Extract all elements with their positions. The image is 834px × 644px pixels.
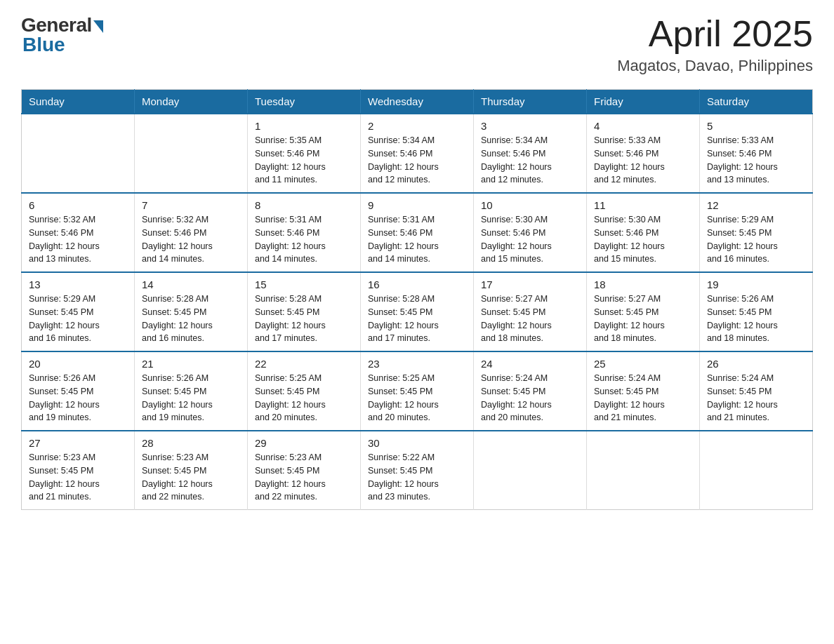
calendar-week-4: 20Sunrise: 5:26 AM Sunset: 5:45 PM Dayli… — [22, 351, 813, 431]
day-number: 1 — [255, 120, 353, 132]
day-number: 29 — [255, 437, 353, 449]
day-info: Sunrise: 5:30 AM Sunset: 5:46 PM Dayligh… — [594, 213, 692, 266]
day-number: 28 — [142, 437, 240, 449]
weekday-header-monday: Monday — [135, 90, 248, 114]
day-number: 4 — [594, 120, 692, 132]
day-info: Sunrise: 5:23 AM Sunset: 5:45 PM Dayligh… — [142, 451, 240, 504]
day-number: 21 — [142, 358, 240, 370]
day-info: Sunrise: 5:28 AM Sunset: 5:45 PM Dayligh… — [142, 293, 240, 345]
day-info: Sunrise: 5:26 AM Sunset: 5:45 PM Dayligh… — [142, 372, 240, 424]
calendar-week-3: 13Sunrise: 5:29 AM Sunset: 5:45 PM Dayli… — [22, 272, 813, 351]
day-number: 2 — [368, 120, 466, 132]
day-info: Sunrise: 5:29 AM Sunset: 5:45 PM Dayligh… — [707, 213, 805, 266]
day-info: Sunrise: 5:34 AM Sunset: 5:46 PM Dayligh… — [481, 134, 579, 187]
day-info: Sunrise: 5:32 AM Sunset: 5:46 PM Dayligh… — [29, 213, 127, 266]
day-info: Sunrise: 5:23 AM Sunset: 5:45 PM Dayligh… — [29, 451, 127, 504]
day-info: Sunrise: 5:24 AM Sunset: 5:45 PM Dayligh… — [481, 372, 579, 424]
weekday-header-thursday: Thursday — [474, 90, 587, 114]
calendar-cell: 17Sunrise: 5:27 AM Sunset: 5:45 PM Dayli… — [474, 272, 587, 351]
calendar-cell: 23Sunrise: 5:25 AM Sunset: 5:45 PM Dayli… — [361, 351, 474, 431]
weekday-header-row: SundayMondayTuesdayWednesdayThursdayFrid… — [22, 90, 813, 114]
calendar-cell — [587, 431, 700, 510]
day-number: 30 — [368, 437, 466, 449]
calendar-cell: 20Sunrise: 5:26 AM Sunset: 5:45 PM Dayli… — [22, 351, 135, 431]
month-year-title: April 2025 — [617, 14, 813, 54]
day-number: 3 — [481, 120, 579, 132]
calendar-cell: 26Sunrise: 5:24 AM Sunset: 5:45 PM Dayli… — [700, 351, 813, 431]
calendar-cell: 7Sunrise: 5:32 AM Sunset: 5:46 PM Daylig… — [135, 193, 248, 272]
day-number: 26 — [707, 358, 805, 370]
day-info: Sunrise: 5:31 AM Sunset: 5:46 PM Dayligh… — [255, 213, 353, 266]
day-info: Sunrise: 5:29 AM Sunset: 5:45 PM Dayligh… — [29, 293, 127, 345]
calendar-week-2: 6Sunrise: 5:32 AM Sunset: 5:46 PM Daylig… — [22, 193, 813, 272]
logo: General Blue — [21, 14, 103, 56]
day-number: 23 — [368, 358, 466, 370]
calendar-cell: 25Sunrise: 5:24 AM Sunset: 5:45 PM Dayli… — [587, 351, 700, 431]
calendar-cell: 24Sunrise: 5:24 AM Sunset: 5:45 PM Dayli… — [474, 351, 587, 431]
weekday-header-wednesday: Wednesday — [361, 90, 474, 114]
day-number: 16 — [368, 279, 466, 290]
calendar-cell — [474, 431, 587, 510]
calendar-cell: 28Sunrise: 5:23 AM Sunset: 5:45 PM Dayli… — [135, 431, 248, 510]
calendar-cell: 2Sunrise: 5:34 AM Sunset: 5:46 PM Daylig… — [361, 114, 474, 193]
calendar-cell: 22Sunrise: 5:25 AM Sunset: 5:45 PM Dayli… — [248, 351, 361, 431]
day-info: Sunrise: 5:22 AM Sunset: 5:45 PM Dayligh… — [368, 451, 466, 504]
calendar-week-1: 1Sunrise: 5:35 AM Sunset: 5:46 PM Daylig… — [22, 114, 813, 193]
day-number: 22 — [255, 358, 353, 370]
day-info: Sunrise: 5:32 AM Sunset: 5:46 PM Dayligh… — [142, 213, 240, 266]
day-number: 7 — [142, 199, 240, 211]
day-number: 6 — [29, 199, 127, 211]
calendar-cell: 14Sunrise: 5:28 AM Sunset: 5:45 PM Dayli… — [135, 272, 248, 351]
day-info: Sunrise: 5:27 AM Sunset: 5:45 PM Dayligh… — [481, 293, 579, 345]
day-number: 12 — [707, 199, 805, 211]
day-number: 8 — [255, 199, 353, 211]
day-number: 18 — [594, 279, 692, 290]
day-number: 14 — [142, 279, 240, 290]
day-number: 20 — [29, 358, 127, 370]
weekday-header-friday: Friday — [587, 90, 700, 114]
calendar-cell: 1Sunrise: 5:35 AM Sunset: 5:46 PM Daylig… — [248, 114, 361, 193]
calendar-cell: 13Sunrise: 5:29 AM Sunset: 5:45 PM Dayli… — [22, 272, 135, 351]
title-section: April 2025 Magatos, Davao, Philippines — [617, 14, 813, 75]
day-info: Sunrise: 5:27 AM Sunset: 5:45 PM Dayligh… — [594, 293, 692, 345]
day-info: Sunrise: 5:25 AM Sunset: 5:45 PM Dayligh… — [255, 372, 353, 424]
calendar-cell — [22, 114, 135, 193]
day-info: Sunrise: 5:24 AM Sunset: 5:45 PM Dayligh… — [707, 372, 805, 424]
calendar-cell: 21Sunrise: 5:26 AM Sunset: 5:45 PM Dayli… — [135, 351, 248, 431]
day-info: Sunrise: 5:28 AM Sunset: 5:45 PM Dayligh… — [368, 293, 466, 345]
day-number: 15 — [255, 279, 353, 290]
day-number: 19 — [707, 279, 805, 290]
weekday-header-sunday: Sunday — [22, 90, 135, 114]
calendar-cell: 5Sunrise: 5:33 AM Sunset: 5:46 PM Daylig… — [700, 114, 813, 193]
day-number: 11 — [594, 199, 692, 211]
day-info: Sunrise: 5:28 AM Sunset: 5:45 PM Dayligh… — [255, 293, 353, 345]
calendar-cell: 19Sunrise: 5:26 AM Sunset: 5:45 PM Dayli… — [700, 272, 813, 351]
calendar-cell: 8Sunrise: 5:31 AM Sunset: 5:46 PM Daylig… — [248, 193, 361, 272]
calendar-cell — [700, 431, 813, 510]
day-number: 5 — [707, 120, 805, 132]
day-info: Sunrise: 5:30 AM Sunset: 5:46 PM Dayligh… — [481, 213, 579, 266]
calendar-cell: 30Sunrise: 5:22 AM Sunset: 5:45 PM Dayli… — [361, 431, 474, 510]
day-info: Sunrise: 5:33 AM Sunset: 5:46 PM Dayligh… — [594, 134, 692, 187]
day-info: Sunrise: 5:33 AM Sunset: 5:46 PM Dayligh… — [707, 134, 805, 187]
day-info: Sunrise: 5:25 AM Sunset: 5:45 PM Dayligh… — [368, 372, 466, 424]
day-info: Sunrise: 5:26 AM Sunset: 5:45 PM Dayligh… — [29, 372, 127, 424]
calendar-cell: 4Sunrise: 5:33 AM Sunset: 5:46 PM Daylig… — [587, 114, 700, 193]
day-info: Sunrise: 5:31 AM Sunset: 5:46 PM Dayligh… — [368, 213, 466, 266]
calendar-week-5: 27Sunrise: 5:23 AM Sunset: 5:45 PM Dayli… — [22, 431, 813, 510]
day-number: 24 — [481, 358, 579, 370]
day-info: Sunrise: 5:34 AM Sunset: 5:46 PM Dayligh… — [368, 134, 466, 187]
calendar-cell: 10Sunrise: 5:30 AM Sunset: 5:46 PM Dayli… — [474, 193, 587, 272]
calendar-cell: 11Sunrise: 5:30 AM Sunset: 5:46 PM Dayli… — [587, 193, 700, 272]
calendar-cell: 29Sunrise: 5:23 AM Sunset: 5:45 PM Dayli… — [248, 431, 361, 510]
calendar-cell: 6Sunrise: 5:32 AM Sunset: 5:46 PM Daylig… — [22, 193, 135, 272]
day-number: 9 — [368, 199, 466, 211]
calendar-cell: 15Sunrise: 5:28 AM Sunset: 5:45 PM Dayli… — [248, 272, 361, 351]
day-number: 17 — [481, 279, 579, 290]
calendar-table: SundayMondayTuesdayWednesdayThursdayFrid… — [21, 89, 813, 510]
day-number: 10 — [481, 199, 579, 211]
calendar-cell: 27Sunrise: 5:23 AM Sunset: 5:45 PM Dayli… — [22, 431, 135, 510]
logo-blue-text: Blue — [22, 34, 65, 56]
day-info: Sunrise: 5:35 AM Sunset: 5:46 PM Dayligh… — [255, 134, 353, 187]
weekday-header-tuesday: Tuesday — [248, 90, 361, 114]
